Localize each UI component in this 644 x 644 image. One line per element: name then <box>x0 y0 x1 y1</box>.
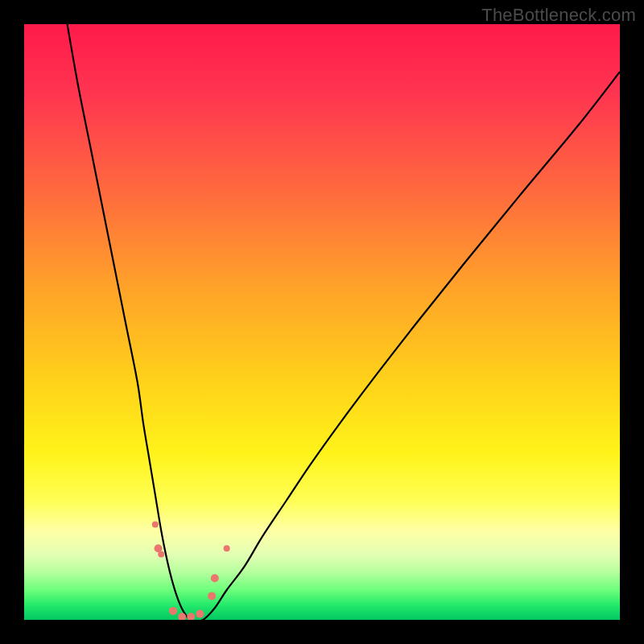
plot-area <box>24 24 620 620</box>
curve-marker <box>196 610 204 618</box>
chart-frame: TheBottleneck.com <box>0 0 644 644</box>
curve-marker <box>211 574 219 582</box>
curve-marker <box>208 592 216 600</box>
watermark-text: TheBottleneck.com <box>481 5 636 26</box>
curve-marker <box>169 607 177 615</box>
curve-marker <box>224 545 230 551</box>
curve-layer <box>24 24 620 620</box>
curve-marker <box>158 551 164 558</box>
curve-marker <box>152 522 159 528</box>
curve-marker <box>187 613 195 620</box>
curve-markers <box>152 522 230 620</box>
bottleneck-curve <box>66 24 620 620</box>
